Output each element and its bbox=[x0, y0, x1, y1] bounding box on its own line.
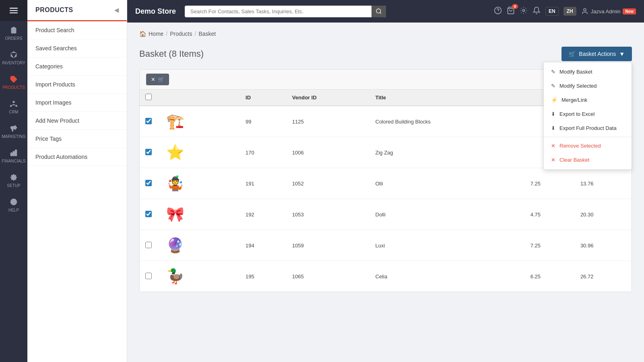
sidebar-item-import-images[interactable]: Import Images bbox=[27, 94, 127, 112]
row-image: 🔮 bbox=[157, 230, 240, 261]
row-image: 🤹 bbox=[157, 168, 240, 199]
row-checkbox[interactable] bbox=[145, 211, 152, 217]
search-input[interactable] bbox=[185, 6, 386, 17]
svg-point-7 bbox=[523, 9, 525, 11]
row-title: Dolli bbox=[370, 199, 525, 230]
row-checkbox-cell bbox=[140, 230, 157, 261]
sidebar-item-product-search[interactable]: Product Search bbox=[27, 21, 127, 39]
cart-icon-button[interactable]: 8 bbox=[507, 6, 515, 16]
row-col5: 6.25 bbox=[525, 261, 575, 292]
user-menu[interactable]: Jazva Admin New bbox=[581, 8, 636, 15]
sidebar-item-add-new-product[interactable]: Add New Product bbox=[27, 112, 127, 130]
row-col6: 30.96 bbox=[575, 230, 632, 261]
row-checkbox-cell bbox=[140, 137, 157, 168]
sidebar-item-product-automations[interactable]: Product Automations bbox=[27, 148, 127, 166]
sidebar-collapse-icon[interactable]: ◀ bbox=[114, 7, 119, 13]
row-id: 192 bbox=[240, 199, 287, 230]
row-id: 170 bbox=[240, 137, 287, 168]
header-id: ID bbox=[240, 90, 287, 106]
row-vendor-id: 1059 bbox=[287, 230, 370, 261]
row-id: 195 bbox=[240, 261, 287, 292]
row-image: 🏗️ bbox=[157, 106, 240, 137]
row-col6: 20.30 bbox=[575, 199, 632, 230]
export-excel-icon: ⬇ bbox=[551, 111, 555, 117]
dropdown-item-export-excel[interactable]: ⬇ Export to Excel bbox=[544, 107, 632, 121]
settings-icon-button[interactable] bbox=[520, 6, 528, 16]
sidebar-item-help[interactable]: HELP bbox=[0, 193, 27, 217]
header-title: Title bbox=[370, 90, 525, 106]
row-title: Olli bbox=[370, 168, 525, 199]
row-col5: 4.75 bbox=[525, 199, 575, 230]
sidebar-item-categories[interactable]: Categories bbox=[27, 58, 127, 76]
sidebar-item-price-tags[interactable]: Price Tags bbox=[27, 130, 127, 148]
sidebar-item-orders[interactable]: ORDERS bbox=[0, 21, 27, 45]
products-sidebar-header: PRODUCTS ◀ bbox=[27, 0, 127, 21]
row-col6: 13.76 bbox=[575, 168, 632, 199]
header-vendor-id: Vendor ID bbox=[287, 90, 370, 106]
content-area: 🏠 Home / Products / Basket Basket (8 Ite… bbox=[127, 23, 644, 362]
row-checkbox[interactable] bbox=[145, 180, 152, 186]
row-vendor-id: 1053 bbox=[287, 199, 370, 230]
sidebar-item-crm[interactable]: CRM bbox=[0, 95, 27, 119]
breadcrumb-current: Basket bbox=[198, 31, 216, 37]
header-image bbox=[157, 90, 240, 106]
sidebar-item-marketing[interactable]: MARKETING bbox=[0, 119, 27, 144]
svg-point-8 bbox=[584, 8, 586, 11]
row-col5: 7.25 bbox=[525, 168, 575, 199]
row-id: 191 bbox=[240, 168, 287, 199]
row-checkbox[interactable] bbox=[145, 118, 152, 124]
row-col5: 7.25 bbox=[525, 230, 575, 261]
table-row: 🎀1921053Dolli4.7520.30 bbox=[140, 199, 632, 230]
row-checkbox-cell bbox=[140, 168, 157, 199]
hamburger-button[interactable] bbox=[0, 0, 27, 21]
dropdown-item-modify-selected[interactable]: ✎ Modify Selected bbox=[544, 79, 632, 93]
row-title: Zig Zag bbox=[370, 137, 525, 168]
clear-button[interactable]: ✕ 🛒 bbox=[146, 74, 169, 85]
sidebar-item-financials[interactable]: FINANCIALS bbox=[0, 144, 27, 168]
row-checkbox-cell bbox=[140, 199, 157, 230]
clear-basket-icon: ✕ bbox=[551, 157, 555, 163]
svg-rect-0 bbox=[10, 8, 18, 8]
toolbar-actions: ✕ 🛒 bbox=[146, 74, 169, 85]
page-header: Basket (8 Items) 🛒 Basket Actions ▼ ✎ Mo… bbox=[139, 47, 632, 61]
table-row: 🤹1911052Olli7.2513.76 bbox=[140, 168, 632, 199]
sidebar-item-import-products[interactable]: Import Products bbox=[27, 76, 127, 94]
topbar-icons: 8 EN ZH Jazva Admin New bbox=[494, 6, 636, 16]
brand-name: Demo Store bbox=[135, 7, 176, 16]
main-area: Demo Store 8 EN ZH bbox=[127, 0, 644, 362]
sidebar-item-products[interactable]: PRODUCTS bbox=[0, 70, 27, 95]
svg-point-3 bbox=[376, 9, 381, 13]
lang-en-button[interactable]: EN bbox=[545, 7, 559, 16]
lang-zh-button[interactable]: ZH bbox=[564, 7, 576, 16]
row-col6: 26.72 bbox=[575, 261, 632, 292]
breadcrumb-products[interactable]: Products bbox=[170, 31, 192, 37]
row-checkbox[interactable] bbox=[145, 273, 152, 279]
search-button[interactable] bbox=[372, 6, 386, 17]
row-id: 194 bbox=[240, 230, 287, 261]
row-vendor-id: 1065 bbox=[287, 261, 370, 292]
dropdown-item-export-full[interactable]: ⬇ Export Full Product Data bbox=[544, 121, 632, 135]
row-vendor-id: 1125 bbox=[287, 106, 370, 137]
row-checkbox-cell bbox=[140, 106, 157, 137]
sidebar-item-saved-searches[interactable]: Saved Searches bbox=[27, 39, 127, 58]
bell-icon-button[interactable] bbox=[533, 6, 541, 16]
sidebar-item-setup[interactable]: SETUP bbox=[0, 168, 27, 193]
dropdown-item-clear-basket[interactable]: ✕ Clear Basket bbox=[544, 153, 632, 167]
modify-basket-icon: ✎ bbox=[551, 69, 555, 75]
topbar: Demo Store 8 EN ZH bbox=[127, 0, 644, 23]
row-vendor-id: 1052 bbox=[287, 168, 370, 199]
select-all-checkbox[interactable] bbox=[145, 94, 152, 100]
cart-icon-small: 🛒 bbox=[158, 76, 164, 82]
search-container bbox=[185, 6, 386, 17]
row-checkbox[interactable] bbox=[145, 149, 152, 155]
basket-actions-button[interactable]: 🛒 Basket Actions ▼ bbox=[561, 47, 632, 61]
row-checkbox[interactable] bbox=[145, 242, 152, 248]
sidebar-item-inventory[interactable]: INVENTORY bbox=[0, 45, 27, 70]
dropdown-item-merge-link[interactable]: ⚡ Merge/Link bbox=[544, 93, 632, 107]
products-sidebar: PRODUCTS ◀ Product Search Saved Searches… bbox=[27, 0, 127, 362]
row-title: Celia bbox=[370, 261, 525, 292]
dropdown-item-remove-selected[interactable]: ✕ Remove Selected bbox=[544, 139, 632, 153]
breadcrumb-home[interactable]: Home bbox=[149, 31, 163, 37]
help-icon-button[interactable] bbox=[494, 6, 502, 16]
dropdown-item-modify-basket[interactable]: ✎ Modify Basket bbox=[544, 65, 632, 79]
